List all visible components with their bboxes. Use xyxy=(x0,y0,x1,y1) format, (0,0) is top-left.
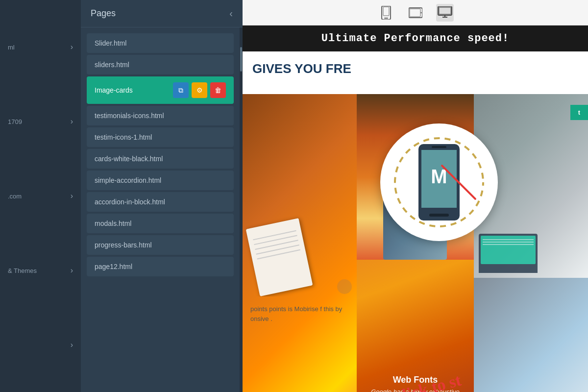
page-item-label-slider: Slider.html xyxy=(95,39,126,47)
delete-button[interactable]: 🗑 xyxy=(210,82,226,98)
page-item-label-modals: modals.html xyxy=(95,220,131,227)
content-section: GIVES YOU FRE xyxy=(243,51,588,94)
page-item-label-page12: page12.html xyxy=(95,263,132,270)
preview-toolbar xyxy=(243,0,588,25)
desktop-icon xyxy=(438,6,452,19)
sidebar-label-2: 1709 xyxy=(8,118,71,125)
svg-rect-2 xyxy=(383,7,389,16)
main-preview: Ultimate Performance speed! GIVES YOU FR… xyxy=(243,0,588,392)
page-item-sliders[interactable]: sliders.html xyxy=(87,55,234,74)
chevron-icon-2: › xyxy=(71,117,73,126)
copy-button[interactable]: ⧉ xyxy=(173,82,189,98)
page-item-label-sliders: sliders.html xyxy=(95,61,129,69)
card-left: points points is Mobirise f this by onsi… xyxy=(243,94,357,392)
preview-content: Ultimate Performance speed! GIVES YOU FR… xyxy=(243,25,588,392)
preview-frame[interactable]: Ultimate Performance speed! GIVES YOU FR… xyxy=(243,25,588,392)
page-item-cards-wb[interactable]: cards-white-black.html xyxy=(87,149,234,169)
sidebar: ml › 1709 › .com › & Themes › › xyxy=(0,0,81,392)
svg-rect-14 xyxy=(432,146,446,148)
page-item-label-progress: progress-bars.html xyxy=(95,241,152,249)
pages-scrollbar-thumb xyxy=(240,47,242,72)
pages-title: Pages xyxy=(91,8,116,19)
mobile-device-button[interactable] xyxy=(377,4,395,22)
svg-text:click to st: click to st xyxy=(393,370,464,392)
sidebar-item-2[interactable]: 1709 › xyxy=(0,108,81,135)
page-item-label-simple-accordion: simple-accordion.html xyxy=(95,176,161,184)
page-item-label-testimonials: testimonials-icons.html xyxy=(95,112,164,120)
page-item-label-image-cards: Image-cards xyxy=(95,86,133,94)
pages-panel: Pages ‹ Slider.html sliders.html Image-c… xyxy=(81,0,243,392)
notebook-visual xyxy=(246,218,313,296)
page-item-modals[interactable]: modals.html xyxy=(87,214,234,233)
click-to-start-overlay: click to st xyxy=(391,362,474,392)
settings-button[interactable]: ⚙ xyxy=(192,82,207,98)
chevron-icon-5: › xyxy=(71,341,73,349)
tablet-device-button[interactable] xyxy=(407,4,424,22)
page-item-progress[interactable]: progress-bars.html xyxy=(87,235,234,255)
page-item-testim[interactable]: testim-icons-1.html xyxy=(87,127,234,147)
page-item-label-accordion-block: accordion-in-block.html xyxy=(95,198,165,206)
pages-list: Slider.html sliders.html Image-cards ⧉ ⚙… xyxy=(81,27,240,392)
cards-grid: M xyxy=(243,94,588,392)
page-item-label-testim: testim-icons-1.html xyxy=(95,133,152,141)
pages-close-button[interactable]: ‹ xyxy=(229,8,233,19)
card-left-body: points points is Mobirise f this by onsi… xyxy=(243,296,357,333)
sidebar-item-5[interactable]: › xyxy=(0,332,81,358)
banner-text: Ultimate Performance speed! xyxy=(321,32,509,45)
page-item-simple-accordion[interactable]: simple-accordion.html xyxy=(87,171,234,190)
sidebar-label-3: .com xyxy=(8,193,71,200)
svg-rect-4 xyxy=(410,9,420,17)
svg-point-5 xyxy=(420,12,421,13)
phone-svg: M xyxy=(415,143,464,221)
svg-rect-15 xyxy=(429,214,449,217)
chevron-icon-1: › xyxy=(71,43,73,51)
chevron-icon-themes: › xyxy=(71,266,73,275)
tablet-icon xyxy=(409,7,422,18)
gives-text: GIVES YOU FRE xyxy=(252,61,578,76)
page-item-image-cards[interactable]: Image-cards ⧉ ⚙ 🗑 xyxy=(87,76,234,104)
svg-rect-1 xyxy=(384,18,388,19)
svg-rect-7 xyxy=(439,7,451,14)
mobile-icon xyxy=(381,6,392,20)
card-right: t xyxy=(474,94,588,392)
sidebar-item-themes[interactable]: & Themes › xyxy=(0,257,81,284)
unlimited-button[interactable]: t xyxy=(570,105,588,120)
desktop-device-button[interactable] xyxy=(436,4,454,22)
page-item-actions: ⧉ ⚙ 🗑 xyxy=(173,82,226,98)
cup-visual xyxy=(337,279,352,294)
page-item-accordion-block[interactable]: accordion-in-block.html xyxy=(87,192,234,212)
page-item-testimonials[interactable]: testimonials-icons.html xyxy=(87,106,234,125)
page-item-slider[interactable]: Slider.html xyxy=(87,33,234,53)
click-svg: click to st xyxy=(391,362,474,392)
phone-icon-container: M xyxy=(395,138,483,226)
page-item-page12[interactable]: page12.html xyxy=(87,257,234,276)
sidebar-item-3[interactable]: .com › xyxy=(0,183,81,209)
svg-rect-6 xyxy=(438,6,452,15)
sidebar-item-1[interactable]: ml › xyxy=(0,34,81,60)
chevron-icon-3: › xyxy=(71,192,73,200)
page-item-label-cards-wb: cards-white-black.html xyxy=(95,155,163,163)
phone-overlay: M xyxy=(380,123,498,241)
sidebar-label-1: ml xyxy=(8,44,71,51)
banner: Ultimate Performance speed! xyxy=(243,25,588,51)
sidebar-label-themes: & Themes xyxy=(8,267,71,274)
pages-header: Pages ‹ xyxy=(81,0,243,27)
laptop-right-visual xyxy=(479,234,538,273)
